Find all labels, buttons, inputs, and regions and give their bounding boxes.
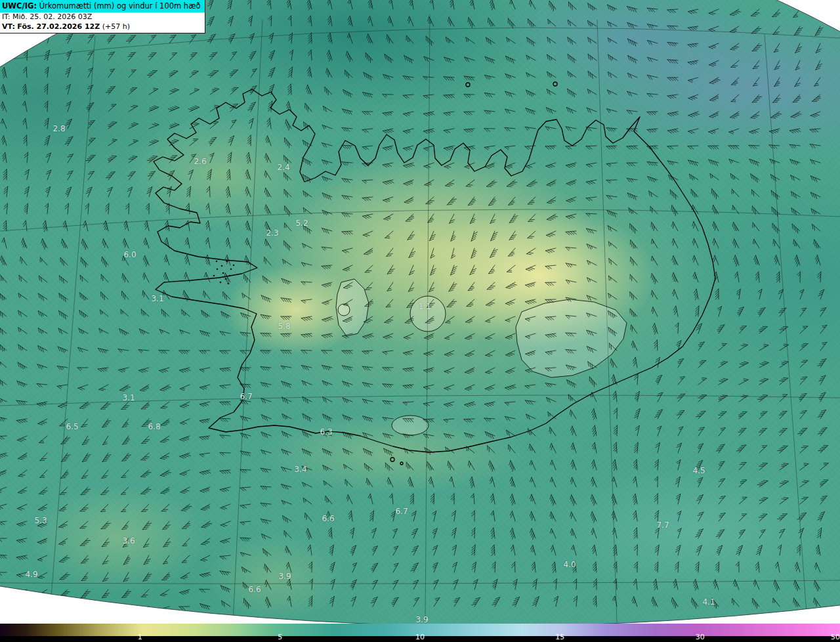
coastline [154,82,715,465]
colorbar-tick: 10 [415,633,425,641]
init-time-line: IT: Mið. 25. 02. 2026 03Z [0,12,205,22]
init-label: IT: [2,12,10,21]
map-area: 2.82.62.45.22.36.03.11.15.83.16.76.56.86… [0,0,840,624]
colorbar-ticks: 1510153050 [0,624,840,642]
valid-time-line: VT: Fös. 27.02.2026 12Z (+57 h) [0,22,205,32]
weather-map-page: 2.82.62.45.22.36.03.11.15.83.16.76.56.86… [0,0,840,642]
colorbar-tick: 30 [696,633,705,641]
colorbar-tick: 5 [278,633,282,641]
init-value: Mið. 25. 02. 2026 03Z [12,12,92,21]
colorbar-tick: 15 [555,633,564,641]
colorbar-tick: 50 [831,633,840,641]
product-title-line: UWC/IG: Úrkomumætti (mm) og vindur í 100… [0,0,205,12]
map-symbol-dots [213,261,235,285]
product-title: Úrkomumætti (mm) og vindur í 100m hæð [39,1,201,11]
colorbar-tick: 1 [138,633,142,641]
glacier-outlines [336,279,627,435]
map-overlay [0,0,840,624]
valid-label: VT: [2,22,15,31]
title-box: UWC/IG: Úrkomumætti (mm) og vindur í 100… [0,0,205,33]
valid-offset: (+57 h) [102,22,130,31]
colorbar: 1510153050 [0,624,840,642]
valid-value: Fös. 27.02.2026 12Z [17,22,100,31]
product-label: UWC/IG: [2,1,37,11]
